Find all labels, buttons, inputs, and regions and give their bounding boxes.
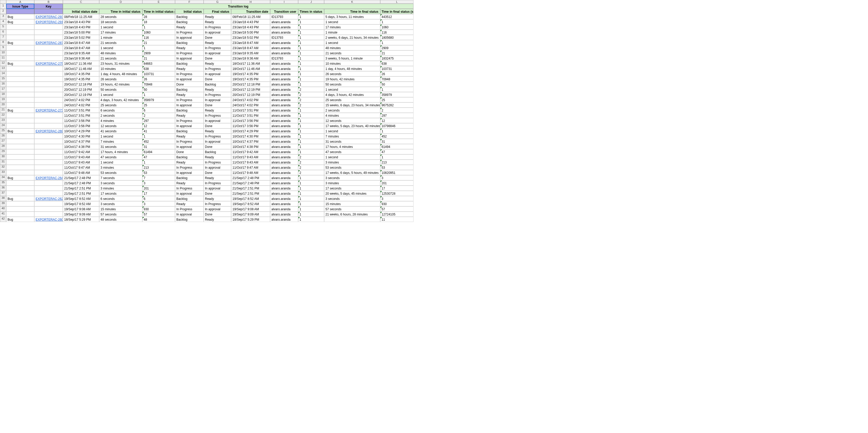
row-header-40[interactable]: 40 bbox=[0, 206, 6, 211]
cell-e[interactable]: 213 bbox=[142, 165, 175, 170]
cell-g[interactable]: In Progress bbox=[204, 24, 231, 30]
cell-d[interactable]: 17 hours, 4 minutes bbox=[99, 149, 142, 154]
cell-e[interactable]: 25 bbox=[142, 103, 175, 108]
cell-d[interactable]: 4 minutes bbox=[99, 118, 142, 123]
cell-f[interactable]: In Progress bbox=[175, 30, 204, 35]
cell-l[interactable]: 638 bbox=[380, 61, 413, 66]
cell-j[interactable]: 1 bbox=[298, 30, 324, 35]
cell-j[interactable]: 1 bbox=[298, 123, 324, 128]
cell-d[interactable]: 21 seconds bbox=[99, 56, 142, 61]
cell-d[interactable]: 3 seconds bbox=[99, 180, 142, 185]
cell-k[interactable]: 20 weeks, 5 days, 45 minutes bbox=[324, 191, 380, 196]
row-header-38[interactable]: 38 bbox=[0, 196, 6, 201]
cell-k[interactable]: 7 minutes bbox=[324, 134, 380, 139]
cell-f[interactable]: Backlog bbox=[175, 19, 204, 24]
cell-issue-type[interactable] bbox=[6, 206, 34, 211]
header-issue-type[interactable]: Issue Type bbox=[6, 4, 34, 9]
row-header-21[interactable]: 21 bbox=[0, 108, 6, 113]
cell-c[interactable]: 11/Oct/17 9:43 AM bbox=[63, 160, 99, 165]
cell-l[interactable]: 61494 bbox=[380, 144, 413, 149]
cell-h[interactable]: 23/Jan/18 4:43 PM bbox=[231, 19, 270, 24]
issue-link[interactable]: EXPORTERAC-275 bbox=[36, 62, 63, 65]
cell-issue-type[interactable] bbox=[6, 139, 34, 144]
cell-j[interactable]: 1 bbox=[298, 45, 324, 51]
cell-i[interactable]: alvaro.aranda bbox=[270, 45, 298, 51]
row-header-16[interactable]: 16 bbox=[0, 82, 6, 87]
cell-k[interactable]: 12 seconds bbox=[324, 118, 380, 123]
cell-e[interactable]: 6 bbox=[142, 196, 175, 201]
cell-h[interactable]: 10/Oct/17 4:38 PM bbox=[231, 144, 270, 149]
cell-i[interactable]: ID13793 bbox=[270, 14, 298, 19]
cell-e[interactable]: 638 bbox=[142, 66, 175, 71]
cell-d[interactable]: 17 minutes bbox=[99, 30, 142, 35]
cell-h[interactable]: 23/Jan/18 8:47 AM bbox=[231, 45, 270, 51]
cell-k[interactable]: 1 minute bbox=[324, 30, 380, 35]
cell-l[interactable]: 1 bbox=[380, 40, 413, 45]
spreadsheet-grid[interactable]: ABCDEFGHIJKL1Issue TypeKeyTransition log… bbox=[0, 0, 868, 222]
cell-i[interactable]: alvaro.aranda bbox=[270, 185, 298, 191]
cell-c[interactable]: 23/Jan/18 4:43 PM bbox=[63, 19, 99, 24]
cell-h[interactable]: 19/Sep/17 8:52 AM bbox=[231, 201, 270, 206]
cell-l[interactable]: 1 bbox=[380, 128, 413, 134]
issue-link[interactable]: EXPORTERAC-287 bbox=[36, 41, 63, 45]
cell-key[interactable]: EXPORTERAC-293 bbox=[34, 14, 63, 19]
cell-d[interactable]: 53 seconds bbox=[99, 170, 142, 175]
cell-c[interactable]: 24/Oct/17 4:02 PM bbox=[63, 103, 99, 108]
cell-i[interactable]: alvaro.aranda bbox=[270, 87, 298, 92]
cell-l[interactable]: 21 bbox=[380, 51, 413, 56]
cell-k[interactable]: 3 weeks, 5 hours, 1 minute bbox=[324, 56, 380, 61]
cell-g[interactable]: In approval bbox=[204, 118, 231, 123]
cell-j[interactable]: 2 bbox=[298, 154, 324, 160]
row-header-15[interactable]: 15 bbox=[0, 77, 6, 82]
header-sub-k[interactable]: Time in final status bbox=[324, 9, 380, 14]
cell-l[interactable]: 1805680 bbox=[380, 35, 413, 40]
cell-f[interactable]: Ready bbox=[175, 92, 204, 97]
cell-k[interactable]: 4 minutes bbox=[324, 113, 380, 118]
col-header-J[interactable]: J bbox=[298, 0, 324, 4]
cell-l[interactable]: 17 bbox=[380, 185, 413, 191]
cell-h[interactable]: 20/Oct/17 12:19 PM bbox=[231, 92, 270, 97]
cell-e[interactable]: 116 bbox=[142, 35, 175, 40]
cell-c[interactable]: 20/Oct/17 12:19 PM bbox=[63, 92, 99, 97]
col-header-E[interactable]: E bbox=[142, 0, 175, 4]
cell-key[interactable] bbox=[34, 71, 63, 77]
select-all-corner[interactable] bbox=[0, 0, 6, 4]
cell-j[interactable]: 2 bbox=[298, 103, 324, 108]
cell-d[interactable]: 1 minute bbox=[99, 35, 142, 40]
cell-j[interactable]: 1 bbox=[298, 180, 324, 185]
cell-e[interactable]: 53 bbox=[142, 170, 175, 175]
cell-key[interactable]: EXPORTERAC-262 bbox=[34, 196, 63, 201]
cell-l[interactable]: 201 bbox=[380, 180, 413, 185]
cell-e[interactable]: 930 bbox=[142, 206, 175, 211]
cell-issue-type[interactable]: Bug bbox=[6, 108, 34, 113]
cell-j[interactable]: 1 bbox=[298, 139, 324, 144]
row-header-5[interactable]: 5 bbox=[0, 24, 6, 30]
cell-h[interactable]: 11/Oct/17 3:56 PM bbox=[231, 123, 270, 128]
cell-c[interactable]: 18/Oct/17 11:46 AM bbox=[63, 66, 99, 71]
cell-i[interactable]: alvaro.aranda bbox=[270, 108, 298, 113]
cell-k[interactable]: 21 weeks, 6 hours, 28 minutes bbox=[324, 211, 380, 217]
cell-h[interactable]: 10/Oct/17 4:37 PM bbox=[231, 139, 270, 144]
row-header-12[interactable]: 12 bbox=[0, 61, 6, 66]
cell-issue-type[interactable] bbox=[6, 71, 34, 77]
cell-g[interactable]: In Progress bbox=[204, 201, 231, 206]
cell-key[interactable] bbox=[34, 139, 63, 144]
cell-j[interactable]: 1 bbox=[298, 191, 324, 196]
cell-issue-type[interactable] bbox=[6, 211, 34, 217]
cell-f[interactable]: In Progress bbox=[175, 139, 204, 144]
cell-issue-type[interactable] bbox=[6, 113, 34, 118]
cell-g[interactable]: In approval bbox=[204, 206, 231, 211]
cell-c[interactable]: 23/Jan/18 5:00 PM bbox=[63, 30, 99, 35]
cell-g[interactable]: Ready bbox=[204, 154, 231, 160]
cell-i[interactable]: alvaro.aranda bbox=[270, 206, 298, 211]
cell-j[interactable]: 2 bbox=[298, 92, 324, 97]
cell-issue-type[interactable] bbox=[6, 51, 34, 56]
row-header-22[interactable]: 22 bbox=[0, 113, 6, 118]
cell-key[interactable] bbox=[34, 165, 63, 170]
cell-g[interactable]: Done bbox=[204, 123, 231, 128]
cell-j[interactable]: 1 bbox=[298, 149, 324, 154]
cell-i[interactable]: alvaro.aranda bbox=[270, 118, 298, 123]
cell-i[interactable]: alvaro.aranda bbox=[270, 82, 298, 87]
cell-j[interactable]: 2 bbox=[298, 165, 324, 170]
cell-g[interactable]: Done bbox=[204, 56, 231, 61]
